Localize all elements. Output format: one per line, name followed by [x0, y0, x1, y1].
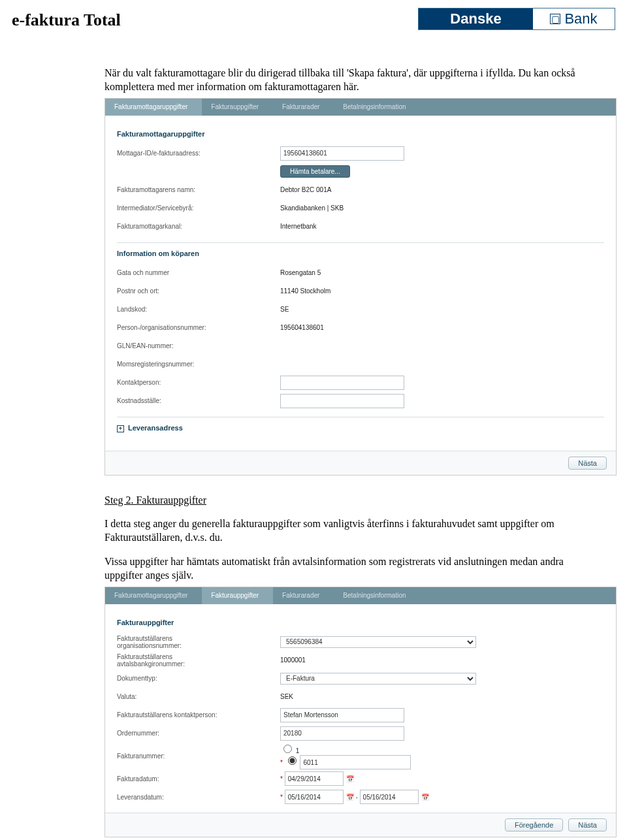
calendar-icon[interactable]: 📅	[346, 775, 354, 783]
logo-left: Danske	[419, 8, 533, 29]
value-gata: Rosengatan 5	[280, 269, 321, 276]
label-mottagar-id: Mottagar-ID/e-fakturaadress:	[117, 150, 280, 157]
label-intermediator: Intermediator/Servicebyrå:	[117, 204, 280, 212]
label-gata: Gata och nummer	[117, 269, 280, 276]
required-marker: *	[280, 759, 283, 766]
label-landskod: Landskod:	[117, 306, 280, 313]
value-kanal: Internetbank	[280, 223, 317, 230]
input-leveransdatum-to[interactable]	[360, 790, 419, 804]
label-postnr: Postnr och ort:	[117, 287, 280, 295]
value-landskod: SE	[280, 306, 289, 313]
tab2-fakturauppgifter[interactable]: Fakturauppgifter	[202, 587, 273, 604]
prev-button[interactable]: Föregående	[505, 818, 563, 832]
tabs-1: Fakturamottagaruppgifter Fakturauppgifte…	[105, 99, 616, 116]
input-kontaktperson2[interactable]	[280, 708, 404, 722]
step2-p2: Vissa uppgifter har hämtats automatiskt …	[104, 555, 594, 583]
value-pnr: 195604138601	[280, 324, 324, 331]
step2-p1: I detta steg anger du generella fakturau…	[104, 517, 594, 545]
input-mottagar-id[interactable]	[280, 146, 404, 161]
label-kontaktperson: Kontaktperson:	[117, 379, 280, 386]
next-button[interactable]: Nästa	[568, 457, 607, 470]
section-koparen: Information om köparen	[117, 250, 604, 257]
value-mottagarnamn: Debtor B2C 001A	[280, 186, 331, 193]
label-kostnadsstalle: Kostnadsställe:	[117, 397, 280, 404]
bank-logo: Danske ▢Bank	[418, 8, 615, 30]
input-fakturadatum[interactable]	[285, 771, 344, 786]
label-moms: Momsregisteringsnummer:	[117, 361, 280, 368]
input-kostnadsstalle[interactable]	[280, 394, 404, 408]
app-panel-2: Fakturamottagaruppgifter Fakturauppgifte…	[104, 587, 617, 838]
fakturanr-auto-label: 1	[296, 747, 300, 754]
logo-right: ▢Bank	[533, 8, 615, 29]
select-doktyp[interactable]: E-Faktura	[280, 673, 476, 685]
radio-fakturanr-auto[interactable]	[283, 745, 292, 753]
input-ordernr[interactable]	[280, 726, 404, 741]
tab2-betalningsinfo[interactable]: Betalningsinformation	[334, 587, 420, 604]
calendar-icon[interactable]: 📅	[421, 794, 429, 801]
label-valuta: Valuta:	[117, 693, 280, 700]
label-ordernr: Ordernummer:	[117, 730, 280, 737]
step2-heading: Steg 2. Fakturauppgifter	[104, 494, 594, 508]
tab-fakturauppgifter[interactable]: Fakturauppgifter	[202, 99, 273, 116]
next-button-2[interactable]: Nästa	[568, 818, 607, 832]
tab2-mottagaruppgifter[interactable]: Fakturamottagaruppgifter	[105, 587, 202, 604]
fetch-payer-button[interactable]: Hämta betalare...	[280, 165, 350, 178]
label-kontaktperson2: Fakturautställarens kontaktperson:	[117, 711, 280, 719]
select-org-nr[interactable]: 5565096384	[280, 636, 476, 648]
label-kanal: Fakturamottagarkanal:	[117, 223, 280, 230]
label-org-nr: Fakturautställarens organisationsnummer:	[117, 635, 280, 649]
page-title: e-faktura Total	[12, 10, 121, 30]
value-valuta: SEK	[280, 693, 293, 700]
label-bg-nr: Fakturautställarens avtalsbankgironummer…	[117, 653, 280, 668]
tab-mottagaruppgifter[interactable]: Fakturamottagaruppgifter	[105, 99, 202, 116]
input-leveransdatum-from[interactable]	[285, 790, 344, 804]
expand-leveransadress[interactable]: +Leveransadress	[117, 424, 604, 432]
intro-paragraph: När du valt fakturamottagare blir du dir…	[104, 67, 594, 94]
calendar-icon[interactable]: 📅	[346, 794, 354, 801]
label-leveransdatum: Leveransdatum:	[117, 794, 280, 801]
label-gln: GLN/EAN-nummer:	[117, 342, 280, 349]
label-fakturadatum: Fakturadatum:	[117, 775, 280, 783]
label-doktyp: Dokumenttyp:	[117, 675, 280, 682]
label-pnr: Person-/organisationsnummer:	[117, 324, 280, 331]
tab-fakturarader[interactable]: Fakturarader	[273, 99, 334, 116]
value-postnr: 11140 Stockholm	[280, 287, 330, 295]
section-mottagaruppgifter: Fakturamottagaruppgifter	[117, 130, 604, 138]
label-fakturanr: Fakturanummer:	[117, 752, 280, 760]
plus-icon: +	[117, 425, 124, 432]
app-panel-1: Fakturamottagaruppgifter Fakturauppgifte…	[104, 98, 617, 476]
input-fakturanr[interactable]	[300, 755, 411, 769]
input-kontaktperson[interactable]	[280, 376, 404, 390]
value-bg-nr: 1000001	[280, 656, 306, 664]
radio-fakturanr-manual[interactable]	[288, 756, 297, 765]
value-intermediator: Skandiabanken | SKB	[280, 204, 344, 212]
tab2-fakturarader[interactable]: Fakturarader	[273, 587, 334, 604]
tabs-2: Fakturamottagaruppgifter Fakturauppgifte…	[105, 587, 616, 604]
section-fakturauppgifter: Fakturauppgifter	[117, 619, 604, 626]
label-mottagarnamn: Fakturamottagarens namn:	[117, 186, 280, 193]
tab-betalningsinfo[interactable]: Betalningsinformation	[334, 99, 420, 116]
